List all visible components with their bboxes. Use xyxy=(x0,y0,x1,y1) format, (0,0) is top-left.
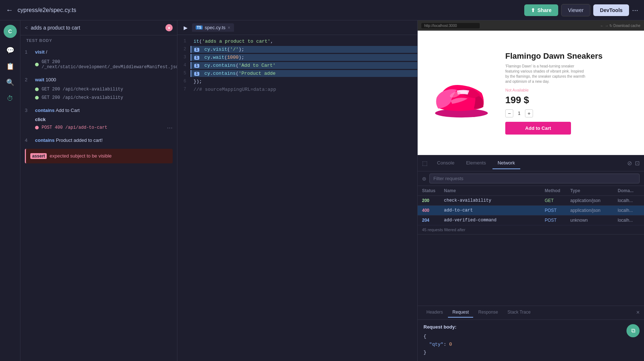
sneaker-image xyxy=(430,64,492,122)
row-type: unknown xyxy=(570,218,618,223)
test-body-label: TEST BODY xyxy=(20,35,177,46)
network-header: Status Name Method Type Doma... xyxy=(418,186,644,196)
network-row-2[interactable]: 400 add-to-cart POST application/json lo… xyxy=(418,206,644,216)
more-options-icon[interactable]: ⋯ xyxy=(167,124,173,131)
row-method: POST xyxy=(545,208,570,213)
sidebar-icon-timer[interactable]: ⏱ xyxy=(4,92,17,105)
preview-area: http://localhost:3000 ← → ↻ Download cac… xyxy=(418,20,644,155)
sidebar-icon-files[interactable]: 📋 xyxy=(4,60,17,73)
code-line-4: 4 1 cy.contains('Add to Cart' xyxy=(177,62,417,70)
filter-icon: ⊜ xyxy=(422,176,426,182)
error-block: assert expected subject to be visible xyxy=(25,149,173,163)
tab-close-icon[interactable]: × xyxy=(228,25,230,30)
sidebar-icon-search[interactable]: 🔍 xyxy=(4,76,17,89)
test-steps: 1 visit / GET 200 /_next/static/developm… xyxy=(20,46,177,361)
code-line-1: 1 it('adds a product to cart', xyxy=(177,38,417,46)
row-status: 200 xyxy=(422,198,444,203)
code-line-7: 7 //# sourceMappingURL=data:app xyxy=(177,86,417,94)
step-2-row[interactable]: 2 wait 1000 xyxy=(20,75,177,85)
code-content[interactable]: 1 it('adds a product to cart', 2 1 cy.vi… xyxy=(177,35,417,361)
run-button[interactable]: ▶ xyxy=(180,23,191,33)
code-line-6: 6 }); xyxy=(177,78,417,86)
tab-network[interactable]: Network xyxy=(492,157,520,169)
copy-fab-button[interactable]: ⧉ xyxy=(626,324,640,337)
product-image-area xyxy=(429,60,494,126)
code-tab-bar: ▶ TS spec.cy.ts × xyxy=(177,20,417,35)
network-row-1[interactable]: 200 check-availability GET application/j… xyxy=(418,196,644,206)
row-method: GET xyxy=(545,198,570,203)
browser-bar: http://localhost:3000 ← → ↻ Download cac… xyxy=(418,20,644,31)
code-line-3: 3 1 cy.wait(1000); xyxy=(177,54,417,62)
tab-elements[interactable]: Elements xyxy=(461,157,491,169)
step-1-row[interactable]: 1 visit / xyxy=(20,47,177,57)
step-4-row[interactable]: 4 contains Product added to cart! xyxy=(20,135,177,145)
viewer-button[interactable]: Viewer xyxy=(561,4,591,16)
video-off-icon[interactable]: ⊘ xyxy=(627,160,632,167)
more-button[interactable]: ··· xyxy=(632,6,638,14)
step-1-num: 1 xyxy=(25,49,31,55)
devtools-button[interactable]: DevTools xyxy=(593,4,629,16)
step-3-action: click xyxy=(20,116,177,123)
row-method: POST xyxy=(545,218,570,223)
qty-plus-button[interactable]: + xyxy=(525,109,533,117)
maximize-icon[interactable]: ⊡ xyxy=(635,160,640,167)
browser-url: http://localhost:3000 xyxy=(421,23,480,28)
right-panel: http://localhost:3000 ← → ↻ Download cac… xyxy=(418,20,644,361)
test-header: < adds a product to cart ● xyxy=(20,20,177,35)
network-row-3[interactable]: 204 add-verified-command POST unknown lo… xyxy=(418,216,644,225)
main-layout: C 💬 📋 🔍 ⏱ < adds a product to cart ● TES… xyxy=(0,20,644,361)
top-actions: ⬆ Share Viewer DevTools ··· xyxy=(524,4,638,16)
step-1: 1 visit / GET 200 /_next/static/developm… xyxy=(20,46,177,73)
row-name: check-availability xyxy=(444,198,545,203)
test-title: adds a product to cart xyxy=(31,25,162,31)
detail-tab-stacktrace[interactable]: Stack Trace xyxy=(503,307,535,318)
product-description: 'Flamingo Dawn' is a head-turning sneake… xyxy=(505,64,586,84)
request-body-label: Request body: xyxy=(423,324,638,330)
col-method: Method xyxy=(545,188,570,193)
devtools-toolbar: ⊘ ⊡ xyxy=(627,160,640,167)
col-domain: Doma... xyxy=(618,188,640,193)
devtools-area: ⬚ Console Elements Network ⊘ ⊡ ⊜ Status … xyxy=(418,155,644,361)
top-bar: ← cypress/e2e/spec.cy.ts ⬆ Share Viewer … xyxy=(0,0,644,20)
sidebar-icon-chat[interactable]: 💬 xyxy=(4,44,17,57)
filter-input[interactable] xyxy=(429,174,640,183)
status-dot-red xyxy=(35,126,39,129)
row-domain: localh... xyxy=(618,208,640,213)
row-name: add-verified-command xyxy=(444,218,545,223)
product-name: Flamingo Dawn Sneakers xyxy=(505,51,633,61)
status-dot-green xyxy=(35,63,39,66)
assert-badge: assert xyxy=(30,153,47,159)
tab-console[interactable]: Console xyxy=(432,157,460,169)
detail-close-icon[interactable]: × xyxy=(636,309,640,316)
cypress-logo: C xyxy=(4,25,17,38)
detail-tabs: Headers Request Response Stack Trace × xyxy=(418,306,644,320)
icon-sidebar: C 💬 📋 🔍 ⏱ xyxy=(0,20,20,361)
code-tab-spec[interactable]: TS spec.cy.ts × xyxy=(192,23,234,32)
back-button[interactable]: ← xyxy=(6,6,13,14)
json-body: { "qty": 0 } xyxy=(423,333,638,357)
row-name: add-to-cart xyxy=(444,208,545,213)
test-header-back[interactable]: < xyxy=(25,25,28,31)
detail-tab-request[interactable]: Request xyxy=(448,307,473,318)
click-label: click xyxy=(35,117,46,122)
add-to-cart-button[interactable]: Add to Cart xyxy=(505,122,571,135)
step-3-row[interactable]: 3 contains Add to Cart xyxy=(20,105,177,116)
col-status: Status xyxy=(422,188,444,193)
step-4: 4 contains Product added to cart! xyxy=(20,134,177,147)
qty-minus-button[interactable]: − xyxy=(505,109,513,117)
step-4-num: 4 xyxy=(25,137,31,143)
step-2-label: wait 1000 xyxy=(35,76,56,84)
not-available-label: Not Available xyxy=(505,88,633,92)
row-status: 204 xyxy=(422,218,444,223)
step-2-sub-2: GET 200 /api/check-availability xyxy=(20,94,177,101)
share-button[interactable]: ⬆ Share xyxy=(524,4,558,16)
step-3-post: POST 400 /api/add-to-cart ⋯ xyxy=(20,123,177,132)
code-editor: ▶ TS spec.cy.ts × 1 it('adds a product t… xyxy=(177,20,418,361)
tab-filename: spec.cy.ts xyxy=(205,25,226,30)
row-domain: localh... xyxy=(618,198,640,203)
network-filter-bar: ⊜ xyxy=(418,171,644,186)
detail-tab-headers[interactable]: Headers xyxy=(422,307,447,318)
col-name: Name xyxy=(444,188,545,193)
product-price: 199 $ xyxy=(505,94,633,106)
detail-tab-response[interactable]: Response xyxy=(474,307,502,318)
